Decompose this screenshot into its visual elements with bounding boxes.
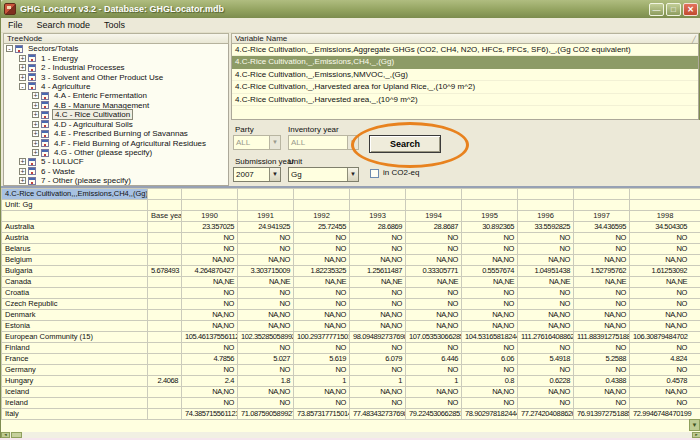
close-icon[interactable]: ✕ — [683, 3, 698, 16]
value-cell[interactable]: NA,NO — [630, 310, 700, 321]
year-header-cell[interactable]: 1991 — [238, 211, 294, 222]
value-cell[interactable]: NO — [574, 288, 630, 299]
value-cell[interactable]: 1.8 — [238, 376, 294, 387]
value-cell[interactable]: 5.619 — [294, 354, 350, 365]
empty-cell[interactable] — [182, 200, 238, 211]
value-cell[interactable]: 100.293777715014 — [294, 332, 350, 343]
value-cell[interactable] — [148, 255, 182, 266]
value-cell[interactable]: NA,NO — [238, 255, 294, 266]
value-cell[interactable]: 73.857317715014 — [294, 409, 350, 420]
empty-cell[interactable] — [294, 189, 350, 200]
tree-item[interactable]: +2 - Industrial Processes — [4, 63, 228, 72]
value-cell[interactable]: 34.504305 — [630, 222, 700, 233]
value-cell[interactable]: 1 — [406, 376, 462, 387]
value-cell[interactable]: NO — [294, 398, 350, 409]
value-cell[interactable]: NA,NO — [294, 321, 350, 332]
value-cell[interactable]: 107.053530662851 — [406, 332, 462, 343]
collapse-toggle-icon[interactable]: - — [6, 45, 13, 52]
value-cell[interactable]: NO — [630, 233, 700, 244]
value-cell[interactable]: NO — [462, 299, 518, 310]
value-cell[interactable]: NO — [294, 343, 350, 354]
value-cell[interactable]: NO — [518, 244, 574, 255]
value-cell[interactable]: 1.04951438 — [518, 266, 574, 277]
empty-cell[interactable] — [148, 189, 182, 200]
value-cell[interactable]: NA,NO — [406, 310, 462, 321]
value-cell[interactable] — [148, 222, 182, 233]
value-cell[interactable]: NO — [350, 299, 406, 310]
variable-list-item[interactable]: 4.C-Rice Cultivation,_,Harvested area fo… — [232, 81, 698, 93]
value-cell[interactable]: 23.357025 — [182, 222, 238, 233]
country-cell[interactable]: Belarus — [2, 244, 148, 255]
value-cell[interactable]: 6.446 — [406, 354, 462, 365]
expand-toggle-icon[interactable]: + — [32, 149, 39, 156]
value-cell[interactable] — [148, 365, 182, 376]
value-cell[interactable]: NA,NO — [238, 387, 294, 398]
value-cell[interactable]: NO — [350, 343, 406, 354]
value-cell[interactable]: NO — [518, 343, 574, 354]
value-cell[interactable]: 78.9029781824447 — [462, 409, 518, 420]
year-header-cell[interactable]: 1994 — [406, 211, 462, 222]
empty-cell[interactable] — [294, 200, 350, 211]
value-cell[interactable]: 2.4068 — [148, 376, 182, 387]
empty-cell[interactable] — [518, 189, 574, 200]
value-cell[interactable]: NO — [574, 244, 630, 255]
value-cell[interactable]: NO — [294, 233, 350, 244]
country-cell[interactable]: Iceland — [2, 387, 148, 398]
value-cell[interactable]: NA,NO — [406, 387, 462, 398]
value-cell[interactable]: NO — [462, 343, 518, 354]
country-cell[interactable]: Canada — [2, 277, 148, 288]
value-cell[interactable]: NO — [406, 365, 462, 376]
value-cell[interactable]: 34.436595 — [574, 222, 630, 233]
empty-cell[interactable] — [238, 189, 294, 200]
value-cell[interactable]: NO — [518, 288, 574, 299]
value-cell[interactable]: 0.5557674 — [462, 266, 518, 277]
value-cell[interactable]: NO — [238, 365, 294, 376]
value-cell[interactable]: NA,NO — [350, 310, 406, 321]
value-cell[interactable] — [148, 288, 182, 299]
value-cell[interactable]: 3.303715009 — [238, 266, 294, 277]
expand-toggle-icon[interactable]: + — [19, 177, 26, 184]
value-cell[interactable]: NA,NO — [462, 310, 518, 321]
value-cell[interactable]: NO — [518, 398, 574, 409]
value-cell[interactable]: 77.2742040886204 — [518, 409, 574, 420]
value-cell[interactable]: NO — [462, 233, 518, 244]
country-cell[interactable]: Denmark — [2, 310, 148, 321]
value-cell[interactable]: NA,NO — [630, 387, 700, 398]
value-cell[interactable]: 106.30879484702 — [630, 332, 700, 343]
country-cell[interactable]: Croatia — [2, 288, 148, 299]
value-cell[interactable]: NO — [182, 244, 238, 255]
value-cell[interactable]: 6.079 — [350, 354, 406, 365]
value-cell[interactable] — [148, 387, 182, 398]
value-cell[interactable]: NA,NO — [350, 387, 406, 398]
tree-item[interactable]: +7 - Other (please specify) — [4, 176, 228, 185]
value-cell[interactable]: 4.264870427 — [182, 266, 238, 277]
value-cell[interactable]: NO — [574, 299, 630, 310]
value-cell[interactable]: NO — [350, 288, 406, 299]
expand-toggle-icon[interactable]: + — [32, 111, 39, 118]
value-cell[interactable]: NO — [406, 288, 462, 299]
expand-toggle-icon[interactable]: + — [19, 64, 26, 71]
value-cell[interactable]: NO — [238, 398, 294, 409]
empty-cell[interactable] — [462, 200, 518, 211]
value-cell[interactable] — [148, 277, 182, 288]
value-cell[interactable]: 25.72455 — [294, 222, 350, 233]
year-header-cell[interactable]: 1997 — [574, 211, 630, 222]
value-cell[interactable] — [148, 321, 182, 332]
country-cell[interactable]: Germany — [2, 365, 148, 376]
value-cell[interactable]: NA,NO — [350, 255, 406, 266]
value-cell[interactable]: NO — [518, 233, 574, 244]
value-cell[interactable]: NO — [182, 299, 238, 310]
value-cell[interactable]: NA,NO — [462, 255, 518, 266]
country-cell[interactable]: Finland — [2, 343, 148, 354]
value-cell[interactable]: NA,NO — [518, 310, 574, 321]
collapse-toggle-icon[interactable]: - — [19, 83, 26, 90]
submission-year-select[interactable]: 2007 ▼ — [233, 167, 281, 182]
search-button[interactable]: Search — [369, 135, 441, 153]
tree-item[interactable]: +5 - LULUCF — [4, 157, 228, 166]
tree-item[interactable]: +1 - Energy — [4, 53, 228, 62]
country-cell[interactable]: Bulgaria — [2, 266, 148, 277]
empty-cell[interactable] — [630, 200, 700, 211]
value-cell[interactable]: 28.8687 — [406, 222, 462, 233]
tree-item[interactable]: +4.D - Agricultural Soils — [4, 120, 228, 129]
value-cell[interactable]: NO — [518, 299, 574, 310]
